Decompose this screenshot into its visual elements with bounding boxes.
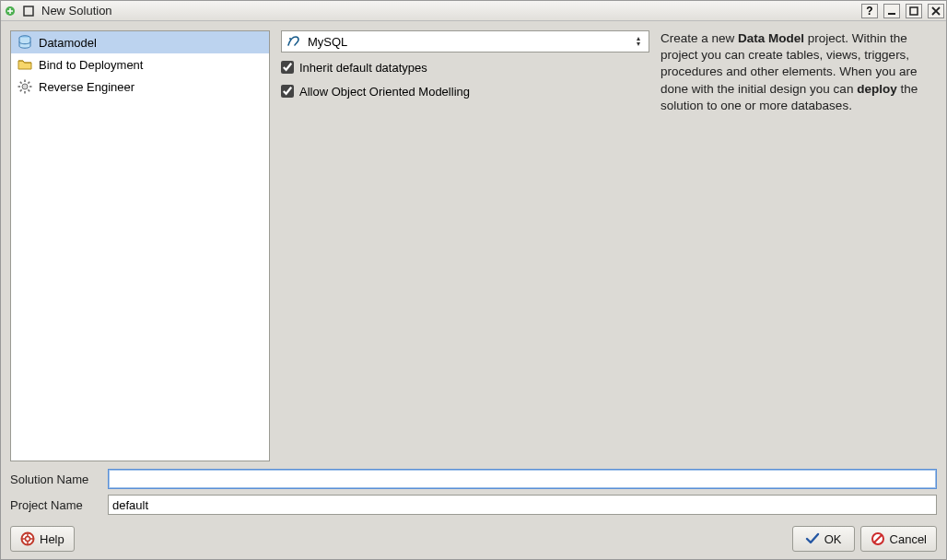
project-name-row: Project Name	[10, 495, 937, 515]
gear-icon	[17, 78, 33, 95]
dialog-window: New Solution ? Datamodel	[0, 0, 947, 560]
svg-line-10	[20, 82, 22, 84]
ok-button[interactable]: OK	[792, 526, 855, 552]
list-item-label: Bind to Deployment	[39, 58, 143, 72]
solution-name-label: Solution Name	[10, 472, 102, 486]
list-item-label: Datamodel	[39, 36, 97, 50]
svg-point-16	[26, 537, 30, 542]
lifebuoy-icon	[20, 531, 35, 546]
svg-line-11	[28, 89, 29, 91]
maximize-button[interactable]	[906, 4, 922, 18]
help-button[interactable]: Help	[10, 526, 75, 552]
cancel-icon	[871, 531, 885, 546]
button-label: OK	[824, 532, 842, 546]
form-area: Solution Name Project Name	[10, 469, 937, 515]
checkbox-input[interactable]	[281, 61, 294, 74]
svg-rect-3	[910, 7, 918, 15]
top-area: Datamodel Bind to Deployment Reverse Eng…	[10, 30, 937, 461]
checkbox-label: Allow Object Oriented Modelling	[299, 85, 470, 99]
desc-bold: Data Model	[738, 31, 804, 45]
svg-rect-2	[888, 13, 895, 15]
check-icon	[805, 531, 820, 546]
svg-point-14	[289, 38, 291, 40]
list-item-label: Reverse Engineer	[39, 80, 134, 94]
svg-rect-1	[24, 6, 33, 16]
solution-name-input[interactable]	[108, 469, 937, 489]
config-panel: MySQL ▴▾ Inherit default datatypes Allow…	[281, 30, 649, 461]
folder-icon	[17, 56, 33, 73]
window-title: New Solution	[40, 4, 856, 18]
minimize-button[interactable]	[883, 4, 900, 18]
button-label: Cancel	[890, 532, 927, 546]
list-item-reverse-engineer[interactable]: Reverse Engineer	[11, 76, 269, 98]
titlebar: New Solution ?	[1, 1, 946, 21]
new-indicator-icon	[3, 4, 18, 18]
app-icon	[21, 4, 36, 18]
cancel-button[interactable]: Cancel	[860, 526, 937, 552]
close-button[interactable]	[928, 4, 944, 18]
help-titlebar-button[interactable]: ?	[861, 4, 878, 18]
database-icon	[17, 34, 33, 51]
checkbox-input[interactable]	[281, 85, 294, 98]
list-item-bind-deployment[interactable]: Bind to Deployment	[11, 53, 269, 76]
button-label: Help	[40, 532, 64, 546]
database-type-dropdown[interactable]: MySQL ▴▾	[281, 30, 649, 52]
button-bar: Help OK Cancel	[10, 522, 937, 552]
spinner-arrows-icon: ▴▾	[632, 36, 645, 47]
dialog-content: Datamodel Bind to Deployment Reverse Eng…	[1, 21, 946, 559]
project-name-input[interactable]	[108, 495, 937, 515]
desc-text: Create a new	[661, 31, 738, 45]
svg-point-5	[22, 84, 28, 89]
svg-line-12	[28, 82, 29, 84]
solution-name-row: Solution Name	[10, 469, 937, 489]
checkbox-inherit-datatypes[interactable]: Inherit default datatypes	[281, 58, 649, 76]
checkbox-label: Inherit default datatypes	[299, 61, 427, 75]
solution-type-list[interactable]: Datamodel Bind to Deployment Reverse Eng…	[10, 30, 270, 461]
dropdown-selected-label: MySQL	[308, 35, 626, 49]
mysql-icon	[286, 33, 302, 50]
project-name-label: Project Name	[10, 498, 102, 512]
description-panel: Create a new Data Model project. Within …	[661, 30, 937, 461]
list-item-datamodel[interactable]: Datamodel	[11, 31, 269, 53]
svg-line-13	[20, 89, 22, 91]
checkbox-allow-oom[interactable]: Allow Object Oriented Modelling	[281, 82, 649, 100]
desc-bold: deploy	[857, 82, 897, 96]
